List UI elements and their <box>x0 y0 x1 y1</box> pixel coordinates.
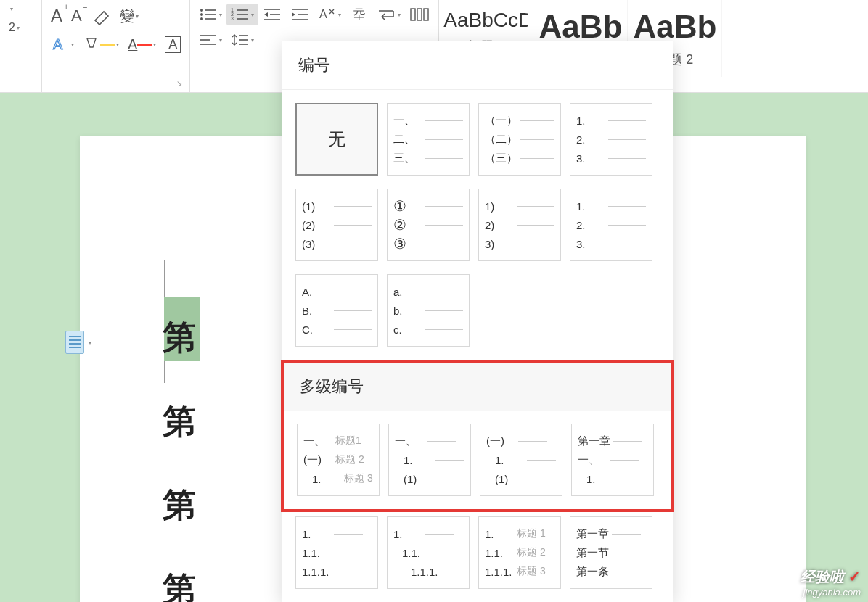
numbering-decimal-dot2-tile[interactable]: 1. 2. 3. <box>570 189 652 261</box>
doc-line-1[interactable]: 第 <box>163 316 196 360</box>
svg-text:坖: 坖 <box>353 7 366 22</box>
font-dialog-launcher[interactable]: ↘ <box>176 79 187 89</box>
numbering-circled-tile[interactable]: ① ② ③ <box>387 189 470 261</box>
numbering-icon: 123 <box>231 7 250 22</box>
multilevel-row2: 1. 1.1. 1.1.1. 1. 1.1. 1.1.1. 1.标题 1 1.1… <box>282 512 673 602</box>
numbering-upper-alpha-tile[interactable]: A. B. C. <box>295 274 378 347</box>
multilevel-row1: 一、标题1 (一)标题 2 1.标题 3 一、 1. (1) (一) 1. (1… <box>284 411 671 509</box>
numbering-dropdown-panel: 编号 无 一、 二、 三、 （一） （二） （三） 1. 2. 3. (1) (… <box>282 41 673 602</box>
numbering-button[interactable]: 123▾ <box>226 4 258 25</box>
multilevel-chapter-tile[interactable]: 第一章 一、 1. <box>571 424 654 496</box>
font-size-combo[interactable]: 2▾ <box>4 18 24 37</box>
multilevel-heading-style-tile[interactable]: 一、标题1 (一)标题 2 1.标题 3 <box>297 424 380 496</box>
line-spacing-icon <box>231 32 250 48</box>
outdent-icon <box>263 7 282 22</box>
vertical-text-icon: 坖 <box>350 6 367 23</box>
text-effects-button[interactable]: A▾ <box>46 32 78 57</box>
doc-line-4[interactable]: 第 <box>163 567 196 602</box>
font-effects-group: A+ A− 變▾ A▾ ▾ A ▾ <box>42 0 190 92</box>
svg-text:A: A <box>53 36 63 52</box>
phonetic-guide-button[interactable]: 變▾ <box>115 4 143 29</box>
decrease-indent-button[interactable] <box>258 4 286 25</box>
bullets-icon <box>199 7 218 22</box>
svg-text:3: 3 <box>231 16 234 21</box>
svg-rect-22 <box>417 9 422 20</box>
document-icon <box>65 331 84 354</box>
svg-point-5 <box>200 17 203 20</box>
font-name-dropdown[interactable]: ▾ <box>4 3 17 15</box>
align-left-button[interactable]: ▾ <box>195 29 226 51</box>
numbering-paren-decimal-tile[interactable]: (1) (2) (3) <box>295 189 378 261</box>
numbering-presets-row2: (1) (2) (3) ① ② ③ 1) 2) 3) 1. 2. 3. <box>282 189 673 274</box>
highlight-color-button[interactable]: ▾ <box>78 34 123 54</box>
vertical-text-button[interactable]: 坖 <box>345 3 372 26</box>
multilevel-legal-indent-tile[interactable]: 1. 1.1. 1.1.1. <box>387 516 470 589</box>
paste-options-button[interactable]: ▾ <box>65 331 91 354</box>
numbering-chinese-tile[interactable]: 一、 二、 三、 <box>387 103 470 176</box>
panel-title: 编号 <box>282 41 673 90</box>
doc-line-3[interactable]: 第 <box>163 483 196 528</box>
multilevel-legal-heading-tile[interactable]: 1.标题 1 1.1.标题 2 1.1.1.标题 3 <box>478 516 561 589</box>
multilevel-title: 多级编号 <box>284 363 671 411</box>
line-wrap-icon <box>376 7 396 22</box>
text-direction-button[interactable]: A▾ <box>314 4 345 25</box>
multilevel-legal-tile[interactable]: 1. 1.1. 1.1.1. <box>295 516 378 589</box>
numbering-decimal-paren-tile[interactable]: 1) 2) 3) <box>478 189 561 261</box>
increase-indent-button[interactable] <box>286 4 314 25</box>
svg-rect-23 <box>424 9 428 20</box>
increase-font-button[interactable]: A+ <box>46 3 67 29</box>
font-name-group: ▾ 2▾ <box>0 0 42 92</box>
bullets-button[interactable]: ▾ <box>195 4 226 25</box>
svg-text:A: A <box>319 8 327 20</box>
svg-point-3 <box>200 13 203 16</box>
svg-rect-21 <box>411 9 415 20</box>
numbering-presets-row1: 无 一、 二、 三、 （一） （二） （三） 1. 2. 3. <box>282 90 673 189</box>
text-direction-icon: A <box>318 7 337 22</box>
highlight-icon <box>83 37 100 51</box>
doc-line-2[interactable]: 第 <box>163 400 196 445</box>
chevron-down-icon: ▾ <box>89 339 91 346</box>
numbering-chinese-paren-tile[interactable]: （一） （二） （三） <box>478 103 561 176</box>
multilevel-paren-tile[interactable]: (一) 1. (1) <box>480 424 562 496</box>
columns-button[interactable] <box>405 4 434 25</box>
text-effects-icon: A <box>51 35 70 54</box>
watermark: 经验啦 ✓ jingyanla.com <box>801 567 861 598</box>
numbering-lower-alpha-tile[interactable]: a. b. c. <box>387 274 470 347</box>
svg-point-1 <box>200 9 203 12</box>
highlight-annotation: 多级编号 一、标题1 (一)标题 2 1.标题 3 一、 1. (1) (一) … <box>281 360 674 512</box>
line-wrap-button[interactable]: ▾ <box>372 4 405 25</box>
numbering-none-tile[interactable]: 无 <box>295 103 378 176</box>
numbering-presets-row3: A. B. C. a. b. c. <box>282 274 673 360</box>
columns-icon <box>409 7 430 22</box>
numbering-decimal-dot-tile[interactable]: 1. 2. 3. <box>570 103 652 176</box>
align-left-icon <box>199 32 218 48</box>
line-spacing-button[interactable]: ▾ <box>226 29 258 51</box>
clear-formatting-button[interactable] <box>86 4 115 28</box>
multilevel-chapter-section-tile[interactable]: 第一章 第一节 第一条 <box>570 516 652 589</box>
eraser-icon <box>91 7 111 25</box>
multilevel-chinese-tile[interactable]: 一、 1. (1) <box>388 424 471 496</box>
font-color-button[interactable]: A ▾ <box>123 33 160 56</box>
indent-icon <box>290 7 309 22</box>
decrease-font-button[interactable]: A− <box>67 4 86 28</box>
char-border-button[interactable]: A <box>160 33 185 56</box>
